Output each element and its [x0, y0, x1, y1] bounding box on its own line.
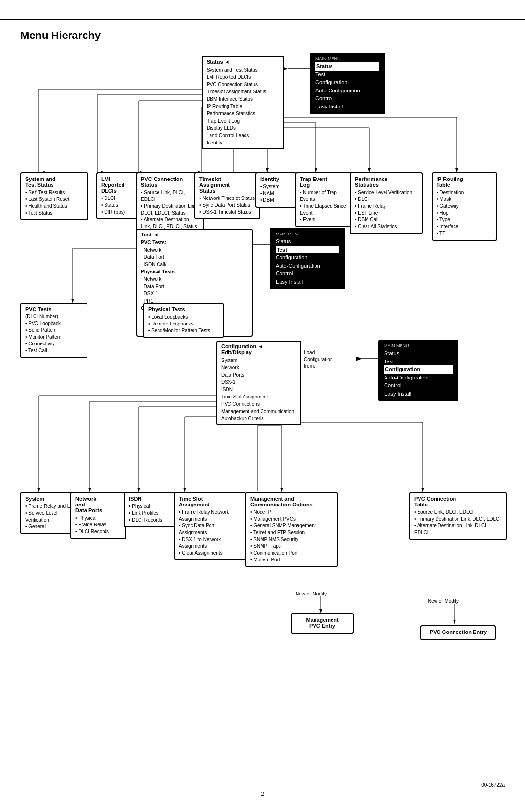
- time-slot-assignment-box: Time SlotAssignment Frame Relay Network …: [174, 492, 246, 560]
- performance-stats-item3: Frame Relay: [355, 203, 418, 210]
- management-pvc-entry-title: ManagementPVC Entry: [296, 617, 349, 629]
- performance-stats-item6: Clear All Statistics: [355, 223, 418, 230]
- management-comm-item5: SNMP NMS Security: [250, 536, 333, 543]
- test-submenu-title: Test ◄: [141, 232, 248, 237]
- main-menu-status-control[interactable]: Control: [315, 94, 379, 103]
- main-menu-config-easyinstall[interactable]: Easy Install: [384, 390, 453, 398]
- pvc-tests-item5: Test Call: [25, 347, 83, 354]
- system-test-status-item1: Self-Test Results: [25, 189, 84, 196]
- main-menu-status-config[interactable]: Configuration: [315, 78, 379, 87]
- main-menu-test: MAIN MENU Status Test Configuration Auto…: [270, 228, 345, 289]
- main-menu-config-test[interactable]: Test: [384, 358, 453, 366]
- main-menu-test-autoconfig[interactable]: Auto-Configuration: [276, 262, 339, 270]
- management-comm-item8: Modem Port: [250, 557, 333, 563]
- network-data-ports-item2: Frame Relay: [75, 522, 122, 528]
- main-menu-test-control[interactable]: Control: [276, 270, 339, 278]
- management-comm-item7: Communication Port: [250, 550, 333, 557]
- ip-routing-table-item1: Destination: [437, 189, 492, 196]
- pvc-tests-item3: Monitor Pattern: [25, 334, 83, 341]
- identity-title: Identity: [260, 176, 292, 182]
- timeslot-assignment-item2: Sync Data Port Status: [199, 202, 255, 209]
- time-slot-assignment-item4: Clear Assignments: [179, 550, 241, 557]
- ip-routing-table-title: IP RoutingTable: [437, 176, 492, 188]
- main-menu-config-autoconfig[interactable]: Auto-Configuration: [384, 374, 453, 382]
- pvc-connection-table-item3: Alternate Destination Link, DLCI, EDLCI: [414, 523, 502, 536]
- performance-stats-item1: Service Level Verification: [355, 189, 418, 196]
- status-submenu-items: System and Test Status LMI Reported DLCI…: [207, 66, 280, 146]
- main-menu-status-autoconfig[interactable]: Auto-Configuration: [315, 87, 379, 95]
- time-slot-assignment-item2: Sync Data Port Assignments: [179, 523, 241, 536]
- main-menu-test-easyinstall[interactable]: Easy Install: [276, 278, 339, 286]
- config-edit-display-title: Configuration ◄Edit/Display: [221, 343, 297, 355]
- new-or-modify-label-1: New or Modify: [296, 591, 327, 596]
- ip-routing-table-item5: Type: [437, 217, 492, 223]
- main-menu-test-header: MAIN MENU: [276, 232, 339, 236]
- ip-routing-table-item4: Hop: [437, 210, 492, 217]
- pvc-tests-item2: Send Pattern: [25, 327, 83, 334]
- lmi-reported-item3: CIR (bps): [101, 209, 140, 216]
- system-test-status-box: System andTest Status Self-Test Results …: [20, 172, 88, 220]
- management-comm-box: Management andCommunication Options Node…: [245, 492, 338, 567]
- pvc-tests-item1: PVC Loopback: [25, 320, 83, 327]
- system-test-status-item3: Health and Status: [25, 203, 84, 210]
- pvc-connection-entry-box: PVC Connection Entry: [420, 625, 496, 640]
- main-menu-test-status[interactable]: Status: [276, 237, 339, 246]
- main-menu-test-config[interactable]: Configuration: [276, 253, 339, 262]
- pvc-tests-item4: Connectivity: [25, 341, 83, 347]
- pvc-connection-table-title: PVC ConnectionTable: [414, 496, 502, 507]
- main-menu-status-header: MAIN MENU: [315, 56, 379, 61]
- main-menu-test-selected[interactable]: Test: [276, 246, 339, 254]
- network-data-ports-box: NetworkandData Ports Physical Frame Rela…: [70, 492, 126, 539]
- timeslot-assignment-title: TimeslotAssignmentStatus: [199, 176, 255, 194]
- main-menu-status-test[interactable]: Test: [315, 71, 379, 79]
- ip-routing-table-item3: Gateway: [437, 203, 492, 210]
- config-edit-display-box: Configuration ◄Edit/Display System Netwo…: [216, 341, 301, 425]
- main-menu-config-control[interactable]: Control: [384, 381, 453, 390]
- physical-tests-item1: Local Loopbacks: [148, 314, 219, 321]
- pvc-connection-table-item1: Source Link, DLCI, EDLCI: [414, 509, 502, 516]
- main-menu-config: MAIN MENU Status Test Configuration Auto…: [378, 340, 458, 401]
- config-edit-display-items: System Network Data Ports DSX-1 ISDN Tim…: [221, 357, 297, 422]
- identity-item2: NAM: [260, 190, 292, 197]
- trap-event-log-box: Trap EventLog Number of Trap Events Time…: [295, 172, 352, 227]
- main-menu-config-selected[interactable]: Configuration: [384, 365, 453, 374]
- timeslot-assignment-item1: Network Timeslot Status: [199, 195, 255, 202]
- pvc-connection-status-item3: Alternate Destination Link, DLCI, EDLCI,…: [141, 217, 199, 230]
- ip-routing-table-item2: Mask: [437, 196, 492, 203]
- diagram-code: 00-16722a: [481, 782, 505, 788]
- pvc-connection-entry-title: PVC Connection Entry: [426, 629, 490, 635]
- physical-tests-item3: Send/Monitor Pattern Tests: [148, 327, 219, 334]
- physical-tests-box: Physical Tests Local Loopbacks Remote Lo…: [143, 303, 224, 338]
- time-slot-assignment-item3: DSX-1 to Network Assignments: [179, 536, 241, 550]
- pvc-connection-status-item2: Primary Destination Link, DLCI, EDLCI, S…: [141, 203, 199, 217]
- isdn-box-item2: Link Profiles: [129, 510, 172, 517]
- pvc-connection-status-box: PVC ConnectionStatus Source Link, DLCI, …: [136, 172, 204, 234]
- ip-routing-table-item6: Interface: [437, 223, 492, 230]
- management-comm-item4: Telnet and FTP Session: [250, 529, 333, 536]
- performance-stats-item2: DLCI: [355, 196, 418, 203]
- physical-tests-item2: Remote Loopbacks: [148, 321, 219, 327]
- performance-stats-item5: DBM Call: [355, 217, 418, 223]
- ip-routing-table-box: IP RoutingTable Destination Mask Gateway…: [432, 172, 497, 241]
- management-comm-item1: Node IP: [250, 509, 333, 516]
- isdn-box-item1: Physical: [129, 503, 172, 510]
- page-number: 2: [261, 790, 264, 797]
- management-pvc-entry-box: ManagementPVC Entry: [291, 613, 354, 634]
- performance-stats-box: PerformanceStatistics Service Level Veri…: [350, 172, 423, 234]
- pvc-connection-table-box: PVC ConnectionTable Source Link, DLCI, E…: [409, 492, 507, 540]
- pvc-tests-title: PVC Tests: [25, 307, 83, 312]
- management-comm-item2: Management PVCs: [250, 516, 333, 523]
- isdn-box-item3: DLCI Records: [129, 517, 172, 523]
- timeslot-assignment-box: TimeslotAssignmentStatus Network Timeslo…: [194, 172, 260, 219]
- lmi-reported-item1: DLCI: [101, 195, 140, 202]
- timeslot-assignment-item3: DSX-1 Timeslot Status: [199, 209, 255, 216]
- main-menu-config-header: MAIN MENU: [384, 343, 453, 348]
- identity-box: Identity System NAM DBM: [255, 172, 297, 208]
- time-slot-assignment-title: Time SlotAssignment: [179, 496, 241, 507]
- main-menu-config-status[interactable]: Status: [384, 349, 453, 358]
- identity-item1: System: [260, 183, 292, 190]
- lmi-reported-item2: Status: [101, 202, 140, 209]
- main-menu-status-easyinstall[interactable]: Easy Install: [315, 103, 379, 111]
- main-menu-status-selected[interactable]: Status: [315, 62, 379, 71]
- pvc-connection-table-item2: Primary Destination Link, DLCI, EDLCI: [414, 516, 502, 523]
